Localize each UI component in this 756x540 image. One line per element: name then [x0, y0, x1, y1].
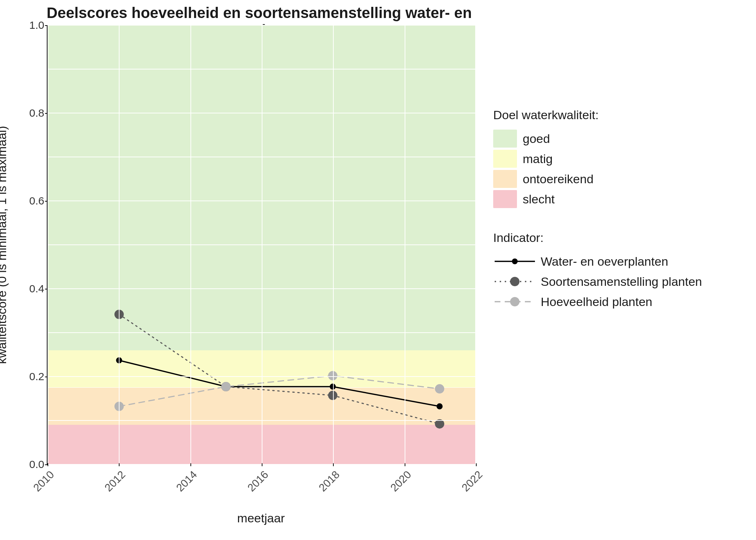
y-tick-label: 1.0 — [15, 19, 44, 31]
x-tick-mark — [119, 463, 120, 466]
legend-series-item: Hoeveelheid planten — [493, 292, 745, 312]
legend-line-swatch — [493, 254, 536, 269]
legend-label: Hoeveelheid planten — [541, 295, 652, 309]
x-tick-mark — [48, 463, 48, 466]
gridline — [333, 25, 334, 463]
x-tick-mark — [190, 463, 191, 466]
y-tick-label: 0.8 — [15, 107, 44, 119]
x-tick-label: 2016 — [245, 468, 271, 494]
svg-point-3 — [510, 277, 519, 286]
data-point — [221, 382, 231, 391]
gridline — [119, 25, 120, 463]
legend-label: Water- en oeverplanten — [541, 255, 668, 269]
legend-label: ontoereikend — [523, 172, 594, 186]
x-axis-label: meetjaar — [47, 511, 475, 525]
x-tick-mark — [262, 463, 262, 466]
gridline — [405, 25, 405, 463]
series-line — [119, 314, 440, 424]
legend-series-item: Water- en oeverplanten — [493, 251, 745, 271]
x-tick-mark — [476, 463, 477, 466]
legend-series-item: Soortensamenstelling planten — [493, 271, 745, 292]
data-point — [328, 391, 337, 400]
legend-swatch — [493, 190, 517, 208]
x-tick-label: 2022 — [459, 468, 485, 494]
x-tick-mark — [333, 463, 334, 466]
x-tick-label: 2020 — [388, 468, 413, 494]
x-tick-label: 2014 — [174, 468, 199, 494]
x-tick-mark — [405, 463, 405, 466]
legend-bands-title: Doel waterkwaliteit: — [493, 108, 745, 122]
x-tick-label: 2010 — [31, 468, 57, 494]
gridline — [476, 25, 477, 463]
legend-label: goed — [523, 132, 550, 146]
svg-point-5 — [510, 297, 519, 306]
y-tick-label: 0.6 — [15, 195, 44, 207]
legend-band-item: goed — [493, 129, 745, 149]
legend-swatch — [493, 130, 517, 148]
svg-point-1 — [512, 258, 518, 264]
legend-line-swatch — [493, 294, 536, 309]
data-point — [328, 371, 337, 381]
y-tick-label: 0.4 — [15, 283, 44, 295]
x-tick-label: 2012 — [102, 468, 128, 494]
gridline — [262, 25, 262, 463]
legend-label: Soortensamenstelling planten — [541, 275, 702, 289]
gridline — [190, 25, 191, 463]
legend-series-title: Indicator: — [493, 231, 745, 245]
legend-band-item: matig — [493, 149, 745, 169]
data-point — [435, 384, 444, 393]
gridline — [48, 25, 48, 463]
data-point — [437, 403, 443, 409]
plot-area: 0.00.20.40.60.81.02010201220142016201820… — [47, 25, 475, 464]
legend-swatch — [493, 150, 517, 168]
y-tick-label: 0.0 — [15, 458, 44, 471]
legend-label: slecht — [523, 192, 555, 206]
x-tick-label: 2018 — [316, 468, 342, 494]
y-tick-label: 0.2 — [15, 370, 44, 383]
legend-swatch — [493, 170, 517, 188]
legend-label: matig — [523, 152, 553, 166]
data-point — [330, 384, 336, 390]
y-axis-label: kwaliteitscore (0 is minimaal, 1 is maxi… — [0, 25, 11, 464]
legend-band-item: ontoereikend — [493, 169, 745, 189]
legend: Doel waterkwaliteit: goedmatigontoereike… — [493, 108, 745, 312]
legend-band-item: slecht — [493, 189, 745, 209]
legend-line-swatch — [493, 274, 536, 289]
